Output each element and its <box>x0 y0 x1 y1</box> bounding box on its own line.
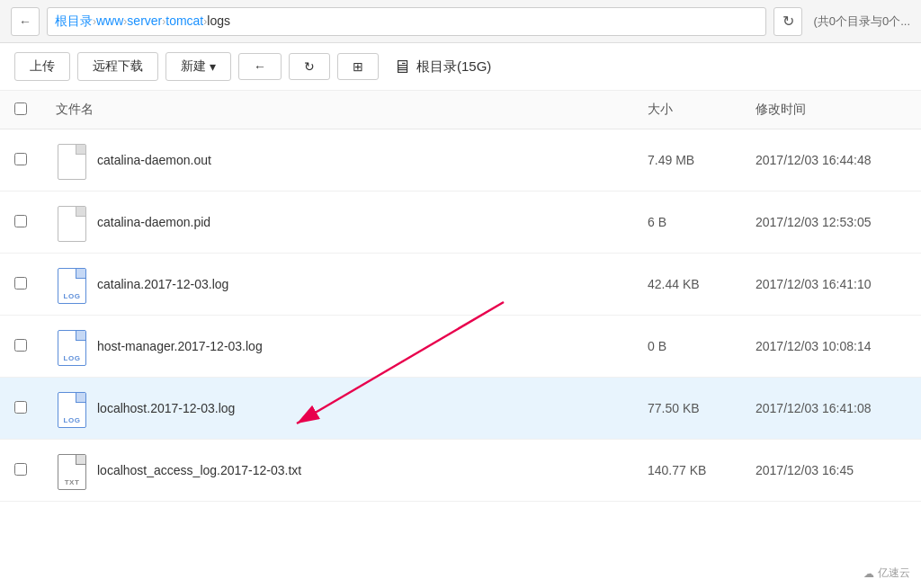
row-checkbox-cell <box>0 129 41 192</box>
file-name-cell: catalina-daemon.out <box>56 140 619 180</box>
table-row: LOGlocalhost.2017-12-03.log77.50 KB2017/… <box>0 378 921 440</box>
table-row: LOGcatalina.2017-12-03.log42.44 KB2017/1… <box>0 254 921 316</box>
breadcrumb-items: 根目录›www›server›tomcat›logs <box>55 13 230 30</box>
disk-info: 🖥 根目录(15G) <box>393 57 491 77</box>
breadcrumb-item-www[interactable]: www <box>96 13 123 28</box>
remote-download-button[interactable]: 远程下载 <box>77 52 158 81</box>
row-checkbox-cell <box>0 440 41 502</box>
table-row: LOGhost-manager.2017-12-03.log0 B2017/12… <box>0 316 921 378</box>
row-size-cell: 42.44 KB <box>633 254 741 316</box>
disk-label: 根目录(15G) <box>416 58 491 76</box>
row-date-cell: 2017/12/03 16:44:48 <box>741 129 921 192</box>
row-size-cell: 77.50 KB <box>633 378 741 440</box>
file-icon-log: LOG <box>56 326 88 366</box>
file-name-cell: LOGlocalhost.2017-12-03.log <box>56 388 619 428</box>
row-size-cell: 6 B <box>633 192 741 254</box>
select-all-checkbox[interactable] <box>14 102 27 115</box>
row-size-cell: 140.77 KB <box>633 440 741 502</box>
file-icon-log: LOG <box>56 264 88 304</box>
breadcrumb-bar: ← catalina-daemon.out 根目录›www›server›tom… <box>0 0 921 43</box>
row-name-cell: LOGcatalina.2017-12-03.log <box>41 254 633 316</box>
toolbar: 上传 远程下载 新建 ▾ ← ↻ ⊞ 🖥 根目录(15G) <box>0 43 921 91</box>
row-date-cell: 2017/12/03 16:45 <box>741 440 921 502</box>
row-checkbox[interactable] <box>14 153 27 165</box>
file-icon-txt: TXT <box>56 450 88 490</box>
row-checkbox-cell <box>0 254 41 316</box>
toolbar-view-button[interactable]: ⊞ <box>337 53 379 80</box>
row-checkbox[interactable] <box>14 215 27 227</box>
breadcrumb-item-根目录[interactable]: 根目录 <box>55 13 93 28</box>
row-name-cell: catalina-daemon.pid <box>41 192 633 254</box>
breadcrumb-current: logs <box>207 13 230 28</box>
file-name-text[interactable]: catalina-daemon.pid <box>97 215 210 229</box>
row-date-cell: 2017/12/03 12:53:05 <box>741 192 921 254</box>
table-row: catalina-daemon.out7.49 MB2017/12/03 16:… <box>0 129 921 192</box>
file-name-text[interactable]: localhost.2017-12-03.log <box>97 401 235 415</box>
breadcrumb-item-server[interactable]: server <box>127 13 162 28</box>
row-checkbox[interactable] <box>14 463 27 476</box>
row-checkbox-cell <box>0 378 41 440</box>
breadcrumb-item-tomcat[interactable]: tomcat <box>165 13 203 28</box>
file-name-text[interactable]: localhost_access_log.2017-12-03.txt <box>97 463 301 477</box>
row-checkbox-cell <box>0 192 41 254</box>
row-date-cell: 2017/12/03 16:41:08 <box>741 378 921 440</box>
new-button[interactable]: 新建 ▾ <box>165 52 231 81</box>
file-icon-log: LOG <box>56 388 88 428</box>
table-header: 文件名 大小 修改时间 <box>0 91 921 129</box>
table-row: catalina-daemon.pid6 B2017/12/03 12:53:0… <box>0 192 921 254</box>
file-name-text[interactable]: host-manager.2017-12-03.log <box>97 339 263 353</box>
row-checkbox[interactable] <box>14 277 27 290</box>
row-name-cell: LOGlocalhost.2017-12-03.log <box>41 378 633 440</box>
file-name-text[interactable]: catalina.2017-12-03.log <box>97 277 228 291</box>
disk-icon: 🖥 <box>393 57 411 77</box>
row-checkbox[interactable] <box>14 401 27 414</box>
row-name-cell: LOGhost-manager.2017-12-03.log <box>41 316 633 378</box>
row-size-cell: 0 B <box>633 316 741 378</box>
breadcrumb-back-button[interactable]: ← <box>11 7 40 36</box>
toolbar-back-button[interactable]: ← <box>238 53 282 80</box>
toolbar-refresh-button[interactable]: ↻ <box>289 53 330 80</box>
row-date-cell: 2017/12/03 10:08:14 <box>741 316 921 378</box>
file-table-body: catalina-daemon.out7.49 MB2017/12/03 16:… <box>0 129 921 502</box>
file-table: 文件名 大小 修改时间 catalina-daemon.out7.49 MB20… <box>0 91 921 502</box>
file-name-cell: LOGhost-manager.2017-12-03.log <box>56 326 619 366</box>
table-row: TXTlocalhost_access_log.2017-12-03.txt14… <box>0 440 921 502</box>
row-size-cell: 7.49 MB <box>633 129 741 192</box>
header-checkbox-cell <box>0 91 41 129</box>
row-name-cell: TXTlocalhost_access_log.2017-12-03.txt <box>41 440 633 502</box>
row-checkbox-cell <box>0 316 41 378</box>
header-date: 修改时间 <box>741 91 921 129</box>
file-name-cell: catalina-daemon.pid <box>56 202 619 242</box>
breadcrumb-info: (共0个目录与0个... <box>813 13 910 30</box>
breadcrumb-refresh-button[interactable]: ↻ <box>773 7 802 36</box>
file-table-wrapper: 文件名 大小 修改时间 catalina-daemon.out7.49 MB20… <box>0 91 921 502</box>
breadcrumb-path: catalina-daemon.out 根目录›www›server›tomca… <box>47 7 766 36</box>
row-date-cell: 2017/12/03 16:41:10 <box>741 254 921 316</box>
header-filename: 文件名 <box>41 91 633 129</box>
row-name-cell: catalina-daemon.out <box>41 129 633 192</box>
file-name-cell: TXTlocalhost_access_log.2017-12-03.txt <box>56 450 619 490</box>
file-icon-generic <box>56 202 88 242</box>
row-checkbox[interactable] <box>14 339 27 352</box>
file-icon-generic <box>56 140 88 180</box>
upload-button[interactable]: 上传 <box>14 52 70 81</box>
header-size: 大小 <box>633 91 741 129</box>
file-name-cell: LOGcatalina.2017-12-03.log <box>56 264 619 304</box>
file-name-text[interactable]: catalina-daemon.out <box>97 153 211 167</box>
